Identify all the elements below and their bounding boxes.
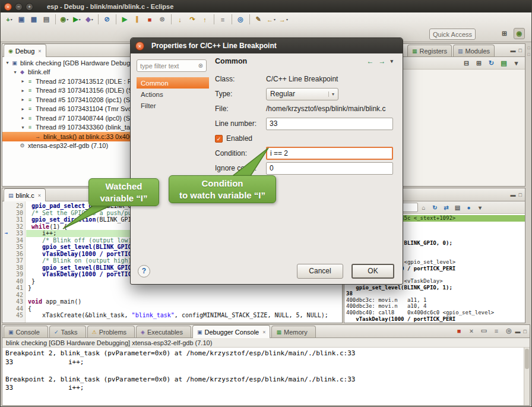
pin-console-icon[interactable]: ◎ (504, 325, 515, 336)
remove-launch-icon[interactable]: × (466, 325, 477, 336)
enabled-checkbox[interactable]: ✓ (215, 135, 223, 143)
tree-expander-icon[interactable]: ▸ (20, 115, 26, 121)
debug-perspective-icon[interactable]: ◉ (514, 28, 525, 39)
console-output[interactable]: Breakpoint 2, blink_task (pvParameter=0x… (2, 348, 524, 405)
refresh-icon[interactable]: ↻ (486, 58, 497, 69)
tab-close-icon[interactable]: × (262, 329, 265, 335)
tree-expander-icon[interactable]: ▾ (4, 60, 11, 65)
tab-modules[interactable]: ▥ Modules (453, 45, 495, 56)
toolbar-separator[interactable] (116, 14, 116, 24)
minimize-icon[interactable]: ▬ (515, 329, 521, 335)
code-line[interactable]: 41} (2, 285, 342, 292)
new-wizard-icon[interactable]: +▾ (4, 14, 15, 25)
tab-executables[interactable]: ◈ Executables (136, 326, 191, 337)
back-icon[interactable]: ← (366, 57, 373, 65)
toolbar-separator[interactable] (98, 14, 99, 24)
dialog-close-button[interactable]: × (135, 42, 144, 51)
type-dropdown[interactable]: Regular ▾ (266, 88, 338, 100)
skip-all-breakpoints-icon[interactable]: ⊘ (102, 14, 113, 25)
tab-close-icon[interactable]: × (38, 193, 41, 198)
fast-view-icon[interactable]: □ (527, 46, 530, 50)
back-icon[interactable]: ←▾ (265, 14, 277, 25)
view-menu-icon[interactable]: ▾ (475, 203, 485, 213)
scrollbar-thumb[interactable] (525, 349, 529, 369)
dialog-titlebar[interactable]: × Properties for C/C++ Line Breakpoint (131, 38, 403, 53)
tree-expander-icon[interactable]: ▸ (20, 106, 26, 112)
maximize-icon[interactable]: □ (524, 329, 527, 335)
filter-field[interactable]: type filter text ⊗ (137, 59, 207, 72)
terminate-icon[interactable]: ■ (144, 14, 156, 25)
console-scrollbar[interactable] (524, 348, 530, 405)
forward-icon[interactable]: →▾ (278, 14, 289, 25)
collapse-all-icon[interactable]: ⊟ (461, 58, 472, 69)
tab-registers[interactable]: ▦ Registers (407, 45, 452, 56)
sync-selection-icon[interactable]: ⇄ (441, 203, 451, 213)
tab-console[interactable]: ▣ Console (4, 326, 48, 337)
maximize-icon[interactable]: □ (519, 192, 522, 198)
scroll-lock-icon[interactable]: ≡ (491, 325, 502, 336)
toolbar-separator[interactable] (249, 14, 250, 24)
code-line[interactable]: 43void app_main() (2, 298, 342, 305)
window-maximize-button[interactable]: + (26, 3, 33, 11)
tree-expander-icon[interactable]: ▾ (20, 125, 26, 130)
tab-memory[interactable]: ▦ Memory (271, 326, 315, 337)
toolbar-separator[interactable] (55, 14, 56, 24)
view-menu-icon[interactable]: ▾ (390, 58, 393, 64)
expand-all-icon[interactable]: ⊞ (473, 58, 484, 69)
tab-debug[interactable]: ◉ Debug × (4, 44, 46, 57)
tab-blink-c[interactable]: ▤ blink.c × (4, 188, 46, 201)
dialog-nav-item[interactable]: Common (137, 77, 209, 89)
tab-tasks[interactable]: ✓ Tasks (49, 326, 86, 337)
help-button[interactable]: ? (138, 265, 150, 277)
terminate-icon[interactable]: ■ (454, 325, 465, 336)
toolbar-separator[interactable] (214, 14, 214, 24)
save-icon[interactable]: ▣ (16, 14, 27, 25)
tree-expander-icon[interactable]: ▸ (20, 78, 26, 84)
minimize-icon[interactable]: ▬ (511, 192, 516, 198)
resume-icon[interactable]: ▶ (119, 14, 131, 25)
code-line[interactable]: 45 xTaskCreate(&blink_task, "blink_task"… (2, 312, 342, 319)
external-tools-icon[interactable]: ◈▾ (84, 14, 95, 25)
quick-access-button[interactable]: Quick Access (429, 29, 476, 40)
window-close-button[interactable]: × (4, 3, 12, 11)
disconnect-icon[interactable]: ⊗ (157, 14, 168, 25)
search-icon[interactable]: ◎ (235, 14, 246, 25)
last-edit-location-icon[interactable]: ✎ (253, 14, 264, 25)
dialog-nav-item[interactable]: Filter (137, 100, 209, 111)
step-return-icon[interactable]: ↑ (200, 14, 211, 25)
fast-view-icon[interactable]: □ (527, 52, 530, 56)
code-line[interactable]: 44{ (2, 305, 342, 313)
debug-icon[interactable]: ◉▾ (59, 14, 70, 25)
tree-expander-icon[interactable]: ▸ (20, 97, 26, 102)
maximize-icon[interactable]: □ (519, 48, 522, 53)
clear-filter-icon[interactable]: ⊗ (198, 62, 203, 69)
clear-console-icon[interactable]: ▭ (479, 325, 490, 336)
window-minimize-button[interactable]: − (15, 3, 23, 11)
tree-expander-icon[interactable]: ▾ (12, 70, 18, 75)
track-pc-icon[interactable]: ● (464, 203, 474, 213)
refresh-icon[interactable]: ↻ (430, 203, 440, 213)
layout-icon[interactable]: ▤ (498, 58, 509, 69)
ok-button[interactable]: OK (352, 264, 394, 279)
tab-problems[interactable]: ⚠ Problems (87, 326, 135, 337)
dialog-nav-item[interactable]: Actions (137, 89, 209, 100)
toolbar-separator[interactable] (171, 14, 172, 24)
run-icon[interactable]: ▶▾ (71, 14, 83, 25)
step-into-icon[interactable]: ↓ (175, 14, 186, 25)
suspend-icon[interactable]: ∥ (132, 14, 143, 25)
home-icon[interactable]: ⌂ (419, 203, 429, 213)
view-menu-icon[interactable]: ▾ (511, 58, 522, 69)
line-number-input[interactable] (266, 118, 393, 130)
toolbar-separator[interactable] (232, 14, 232, 24)
condition-input[interactable] (266, 147, 393, 160)
save-all-icon[interactable]: ▦ (28, 14, 40, 25)
tree-expander-icon[interactable]: ▸ (20, 88, 26, 93)
tab-debugger-console[interactable]: ▣ Debugger Console × (192, 325, 271, 338)
minimize-icon[interactable]: ▬ (511, 48, 516, 53)
ignore-count-input[interactable] (266, 162, 393, 175)
instruction-stepping-icon[interactable]: ≡ (217, 14, 229, 25)
cancel-button[interactable]: Cancel (297, 264, 343, 279)
step-over-icon[interactable]: ↷ (187, 14, 198, 25)
forward-icon[interactable]: → (378, 57, 385, 65)
print-icon[interactable]: ▤ (41, 14, 52, 25)
